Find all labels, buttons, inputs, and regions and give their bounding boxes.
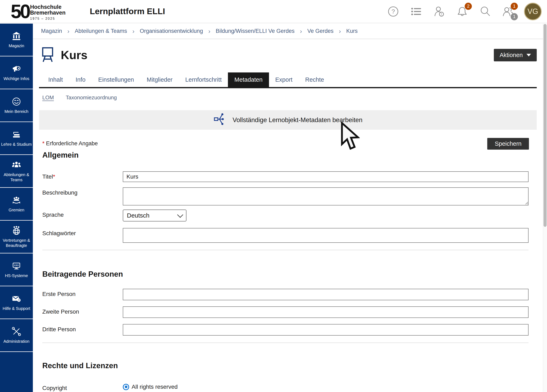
page-title: Kurs: [61, 48, 88, 62]
beschreibung-textarea[interactable]: [123, 187, 528, 205]
required-asterisk: *: [42, 140, 45, 147]
section-divider: [42, 343, 528, 343]
breadcrumb: Magazin › Abteilungen & Teams › Organisa…: [33, 24, 543, 39]
breadcrumb-item-current[interactable]: Kurs: [346, 28, 358, 34]
sidebar-item-magazin[interactable]: Magazin: [0, 24, 33, 56]
beschreibung-label: Beschreibung: [42, 187, 123, 206]
tab-metadaten[interactable]: Metadaten: [228, 73, 269, 87]
breadcrumb-chevron-icon: ›: [339, 28, 341, 35]
breadcrumb-chevron-icon: ›: [67, 28, 69, 35]
sprache-selected-value: Deutsch: [127, 212, 150, 219]
notification-badge: 2: [465, 3, 472, 10]
edit-full-metadata-banner[interactable]: Vollständige Lernobjekt-Metadaten bearbe…: [39, 110, 537, 130]
mail-question-icon: ?: [12, 294, 21, 304]
committee-icon: [12, 195, 21, 205]
logo-years: 1975 – 2025: [30, 17, 66, 20]
sidebar-item-abteilungen-teams[interactable]: Abteilungen & Teams: [0, 155, 33, 188]
sidebar-item-label: Hilfe & Support: [3, 306, 30, 311]
tools-icon: [12, 326, 21, 336]
top-header: 50 Hochschule Bremerhaven 1975 – 2025 Le…: [0, 0, 547, 23]
caret-down-icon: [526, 54, 531, 56]
megaphone-icon: [12, 64, 21, 74]
sidebar-item-label: Mein Bereich: [5, 109, 28, 114]
tab-lernfortschritt[interactable]: Lernfortschritt: [179, 73, 228, 87]
tab-info[interactable]: Info: [69, 73, 92, 87]
tab-export[interactable]: Export: [269, 73, 299, 87]
breadcrumb-item[interactable]: Magazin: [41, 28, 62, 34]
sidebar-item-vertretungen[interactable]: Vertretungen & Beauftragte: [0, 221, 33, 253]
sidebar-item-mein-bereich[interactable]: Mein Bereich: [0, 89, 33, 122]
logo-50-text: 50: [11, 3, 29, 20]
sidebar-item-gremien[interactable]: Gremien: [0, 188, 33, 221]
actions-button-label: Aktionen: [499, 52, 523, 59]
erste-person-input[interactable]: [123, 289, 528, 300]
copyright-option-label: All rights reserved: [132, 384, 178, 390]
breadcrumb-chevron-icon: ›: [132, 28, 135, 35]
logo-name-line2: Bremerhaven: [30, 10, 66, 16]
app-title: Lernplattform ELLI: [90, 7, 165, 16]
subtab-bar: LOM Taxonomiezuordnung: [39, 95, 537, 101]
sidebar-item-label: Wichtige Infos: [3, 76, 29, 81]
breadcrumb-item[interactable]: Ve Gerdes: [307, 28, 334, 34]
breadcrumb-item[interactable]: Bildung/Wissen/ELLI Ve Gerdes: [216, 28, 294, 34]
sidebar-item-administration[interactable]: Administration: [0, 319, 33, 352]
actions-button[interactable]: Aktionen: [494, 49, 537, 61]
books-icon: [12, 129, 21, 139]
svg-text:?: ?: [392, 8, 395, 15]
contacts-badge-new: 1: [511, 3, 518, 10]
logo-name-line1: Hochschule: [30, 4, 66, 10]
sidebar-item-label: Lehre & Studium: [1, 142, 32, 147]
bank-icon: [12, 31, 21, 41]
dritte-person-label: Dritte Person: [42, 324, 123, 336]
sidebar-item-wichtige-infos[interactable]: Wichtige Infos: [0, 56, 33, 89]
breadcrumb-chevron-icon: ›: [208, 28, 210, 35]
dritte-person-input[interactable]: [123, 324, 528, 336]
erste-person-label: Erste Person: [42, 289, 123, 300]
subtab-lom[interactable]: LOM: [42, 95, 54, 101]
sidebar-item-lehre-studium[interactable]: Lehre & Studium: [0, 122, 33, 155]
titel-input[interactable]: [123, 171, 528, 182]
sidebar-item-label: Administration: [3, 339, 30, 344]
sidebar-item-label: Vertretungen & Beauftragte: [1, 238, 32, 248]
tab-inhalt[interactable]: Inhalt: [42, 73, 69, 87]
sidebar-item-label: Magazin: [9, 43, 24, 48]
university-logo: 50 Hochschule Bremerhaven 1975 – 2025: [11, 2, 66, 20]
sidebar-item-label: Abteilungen & Teams: [1, 172, 32, 182]
tab-mitglieder[interactable]: Mitglieder: [140, 73, 179, 87]
user-status-icon[interactable]: !: [433, 6, 445, 17]
tab-einstellungen[interactable]: Einstellungen: [92, 73, 140, 87]
zweite-person-input[interactable]: [123, 306, 528, 318]
contacts-badge-total: 1: [511, 13, 518, 20]
help-icon[interactable]: ?: [387, 6, 399, 17]
section-heading-personen: Beitragende Personen: [39, 270, 537, 278]
subtab-taxonomiezuordnung[interactable]: Taxonomiezuordnung: [66, 95, 117, 101]
search-icon[interactable]: [479, 6, 491, 17]
bell-icon[interactable]: 2: [456, 6, 468, 17]
banner-label: Vollständige Lernobjekt-Metadaten bearbe…: [233, 116, 362, 124]
sidebar-item-hs-systeme[interactable]: HS-Systeme: [0, 253, 33, 286]
course-easel-icon: [41, 46, 54, 64]
copyright-radio[interactable]: [123, 384, 129, 390]
section-divider: [42, 250, 528, 250]
required-asterisk: *: [53, 173, 55, 180]
breadcrumb-chevron-icon: ›: [300, 28, 302, 35]
breadcrumb-item[interactable]: Abteilungen & Teams: [75, 28, 127, 34]
sprache-select[interactable]: Deutsch: [123, 210, 186, 222]
sidebar-item-hilfe-support[interactable]: ? Hilfe & Support: [0, 286, 33, 319]
contacts-icon[interactable]: 1 1: [502, 6, 514, 17]
tab-bar: Inhalt Info Einstellungen Mitglieder Ler…: [39, 73, 537, 88]
user-avatar[interactable]: VG: [524, 3, 542, 20]
schlagwoerter-input[interactable]: [123, 228, 528, 243]
scrollbar-thumb[interactable]: [544, 24, 547, 227]
copyright-label: Copyright: [42, 383, 123, 391]
required-note: * Erforderliche Angabe: [42, 138, 98, 147]
breadcrumb-item[interactable]: Organisationsentwicklung: [140, 28, 203, 34]
page-scrollbar[interactable]: [543, 24, 547, 392]
list-icon[interactable]: [410, 6, 422, 17]
sidebar-item-label: HS-Systeme: [5, 273, 28, 278]
svg-text:?: ?: [18, 299, 20, 302]
titel-label: Titel*: [42, 171, 123, 182]
tab-rechte[interactable]: Rechte: [299, 73, 330, 87]
zweite-person-label: Zweite Person: [42, 306, 123, 318]
save-button[interactable]: Speichern: [487, 138, 529, 150]
